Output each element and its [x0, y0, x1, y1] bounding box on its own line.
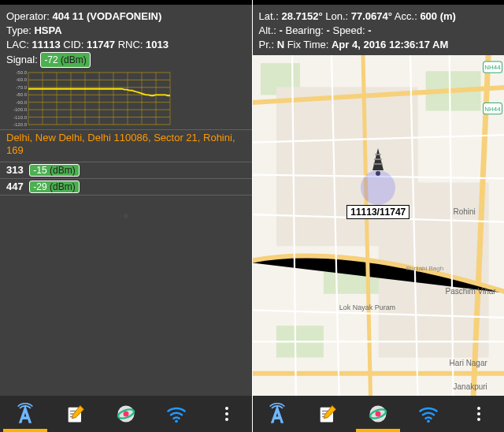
tab-underline	[356, 429, 400, 432]
signal-chart: -50.0-60.0-70.0-80.0-90.0-100.0-110.0-12…	[6, 71, 172, 126]
menu-button[interactable]	[205, 396, 249, 432]
map-pin[interactable]	[366, 147, 390, 178]
tab-cell-tower[interactable]	[3, 396, 47, 432]
svg-point-30	[123, 412, 128, 417]
bearing-label: Bearing:	[283, 24, 327, 36]
svg-text:-80.0: -80.0	[16, 92, 27, 97]
signal-chart-wrap: -50.0-60.0-70.0-80.0-90.0-100.0-110.0-12…	[0, 71, 252, 129]
tab-notes[interactable]	[54, 396, 98, 432]
acc-label: Acc.:	[392, 10, 420, 22]
cid-label: CID:	[61, 39, 87, 50]
address-text: Delhi, New Delhi, Delhi 110086, Sector 2…	[0, 130, 252, 162]
signal-label: Signal:	[6, 54, 40, 65]
map-canvas[interactable]: NH44 NH44 Rohini Paschim Vihar Lok Nayak…	[253, 55, 505, 396]
svg-point-31	[175, 419, 178, 423]
neighbour-id: 447	[6, 181, 24, 192]
fixtime-value: Apr 4, 2016 12:36:17 AM	[332, 39, 448, 50]
satellite-icon	[367, 403, 389, 425]
neighbour-row: 447 -29 (dBm)	[0, 179, 252, 195]
svg-text:-90.0: -90.0	[16, 100, 27, 105]
rnc-value: 1013	[146, 39, 169, 50]
satellite-icon	[115, 403, 137, 425]
menu-icon	[477, 407, 480, 421]
cell-info-header: Operator: 404 11 (VODAFONEIN) Type: HSPA…	[0, 5, 252, 71]
neighbour-row: 313 -15 (dBm)	[0, 162, 252, 178]
cid-value: 11747	[87, 39, 115, 50]
notes-icon	[317, 403, 339, 425]
menu-button[interactable]	[457, 396, 501, 432]
signal-units: (dBm)	[58, 54, 87, 65]
map-label: Janakpuri	[453, 382, 487, 391]
speed-label: Speed:	[330, 24, 368, 36]
svg-text:-120.0: -120.0	[13, 122, 28, 126]
operator-value: 404 11 (VODAFONEIN)	[53, 10, 162, 22]
svg-point-47	[427, 419, 430, 423]
signal-value: -72	[44, 54, 57, 65]
bottom-nav	[0, 396, 252, 432]
pr-label: Pr.:	[259, 39, 277, 50]
svg-text:-50.0: -50.0	[16, 71, 27, 75]
svg-text:-100.0: -100.0	[13, 107, 28, 112]
lac-label: LAC:	[6, 39, 32, 50]
alt-label: Alt.:	[259, 24, 280, 36]
tab-notes[interactable]	[306, 396, 350, 432]
lon-value: 77.0674°	[351, 10, 392, 22]
neighbour-dbm-badge: -29 (dBm)	[29, 181, 79, 193]
bottom-nav	[253, 396, 505, 432]
lon-label: Lon.:	[323, 10, 351, 22]
menu-icon	[225, 407, 228, 421]
map-label: Paschim Vihar	[445, 287, 496, 296]
tab-cell-tower[interactable]	[255, 396, 299, 432]
map-label-nh44: NH44	[484, 64, 501, 71]
gps-info-header: Lat.: 28.7152° Lon.: 77.0674° Acc.: 600 …	[253, 5, 505, 55]
neighbour-dbm-badge: -15 (dBm)	[29, 164, 79, 177]
pr-value: N	[277, 39, 284, 50]
lat-label: Lat.:	[259, 10, 282, 22]
svg-text:-110.0: -110.0	[13, 115, 28, 120]
cell-tooltip[interactable]: 11113/11747	[346, 205, 410, 219]
operator-label: Operator:	[6, 10, 53, 22]
notes-icon	[65, 403, 87, 425]
pager-indicator	[124, 214, 128, 218]
wifi-icon	[165, 403, 187, 425]
neighbour-id: 313	[6, 164, 24, 176]
svg-text:-60.0: -60.0	[16, 77, 27, 82]
map-label: Rohini	[453, 207, 475, 216]
accuracy-circle	[361, 170, 395, 205]
type-value: HSPA	[34, 24, 61, 36]
type-label: Type:	[6, 24, 34, 36]
map-label: Lok Nayak Puram	[339, 304, 395, 311]
speed-value: -	[368, 24, 371, 36]
tab-map[interactable]	[104, 396, 148, 432]
map-pane: Lat.: 28.7152° Lon.: 77.0674° Acc.: 600 …	[253, 0, 505, 432]
map-label: Hari Nagar	[449, 359, 487, 367]
wifi-icon	[417, 403, 439, 425]
tab-underline	[3, 429, 47, 432]
lat-value: 28.7152°	[281, 10, 322, 22]
signal-badge: -72 (dBm)	[40, 52, 90, 68]
map-label: Punjabi Bagh	[406, 264, 443, 271]
acc-value: 600 (m)	[420, 10, 456, 22]
cell-info-pane: Operator: 404 11 (VODAFONEIN) Type: HSPA…	[0, 0, 252, 432]
tab-wifi[interactable]	[154, 396, 198, 432]
svg-text:NH44: NH44	[484, 106, 501, 113]
svg-text:-70.0: -70.0	[16, 85, 27, 90]
tab-map[interactable]	[356, 396, 400, 432]
tab-wifi[interactable]	[406, 396, 450, 432]
tower-icon	[14, 403, 36, 425]
tower-icon	[266, 403, 288, 425]
svg-point-46	[376, 412, 381, 417]
lac-value: 11113	[32, 39, 61, 50]
rnc-label: RNC:	[115, 39, 146, 50]
fixtime-label: Fix Time:	[284, 39, 332, 50]
